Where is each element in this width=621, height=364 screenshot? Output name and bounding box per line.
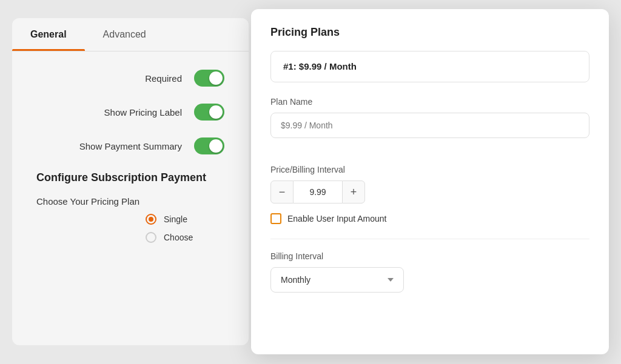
required-toggle[interactable] — [194, 70, 224, 87]
settings-content: Required Show Pricing Label Show Payment… — [12, 51, 249, 268]
tab-general[interactable]: General — [12, 18, 85, 51]
price-billing-section: Price/Billing Interval − + Enable User I… — [270, 165, 589, 224]
radio-single[interactable] — [146, 214, 156, 225]
show-payment-summary-label: Show Payment Summary — [79, 141, 182, 151]
enable-user-input-checkbox[interactable] — [270, 213, 281, 224]
billing-interval-label: Billing Interval — [270, 251, 589, 261]
price-input[interactable] — [294, 180, 342, 204]
pricing-plan-label-row: Choose Your Pricing Plan — [36, 196, 224, 207]
billing-interval-value: Monthly — [281, 275, 310, 285]
required-row: Required — [36, 70, 224, 87]
price-controls: − + — [270, 180, 589, 204]
plus-button[interactable]: + — [342, 180, 365, 204]
single-option-label: Single — [164, 214, 187, 224]
single-option-row: Single — [146, 214, 224, 225]
show-pricing-label-toggle[interactable] — [194, 104, 224, 121]
show-pricing-label-label: Show Pricing Label — [104, 107, 182, 117]
plan-header-title: #1: $9.99 / Month — [283, 61, 357, 71]
billing-interval-section: Billing Interval Monthly — [270, 251, 589, 293]
pricing-plans-modal: Pricing Plans #1: $9.99 / Month Plan Nam… — [251, 9, 609, 354]
plan-name-section: Plan Name — [270, 97, 589, 153]
pricing-plan-label: Choose Your Pricing Plan — [36, 196, 139, 207]
required-label: Required — [145, 73, 182, 84]
enable-user-input-label: Enable User Input Amount — [287, 214, 386, 223]
tabs-row: General Advanced — [12, 18, 249, 51]
settings-panel: General Advanced Required Show Pricing L… — [12, 18, 249, 345]
configure-section-title: Configure Subscription Payment — [36, 171, 224, 184]
plan-header: #1: $9.99 / Month — [270, 51, 589, 82]
chevron-down-icon — [388, 278, 394, 282]
choose-option-label: Choose — [164, 233, 193, 242]
tab-advanced[interactable]: Advanced — [85, 18, 164, 51]
billing-interval-select[interactable]: Monthly — [270, 267, 404, 293]
plan-options: Single Choose — [36, 214, 224, 243]
modal-title: Pricing Plans — [270, 26, 589, 39]
show-payment-summary-row: Show Payment Summary — [36, 137, 224, 154]
show-payment-summary-toggle[interactable] — [194, 137, 224, 154]
plan-name-label: Plan Name — [270, 97, 589, 107]
show-pricing-label-row: Show Pricing Label — [36, 104, 224, 121]
choose-option-row: Choose — [146, 232, 224, 243]
radio-choose[interactable] — [146, 232, 156, 243]
minus-button[interactable]: − — [270, 180, 294, 204]
plan-name-input[interactable] — [270, 113, 589, 138]
price-billing-label: Price/Billing Interval — [270, 165, 589, 174]
divider — [270, 239, 589, 239]
enable-user-input-row: Enable User Input Amount — [270, 213, 589, 224]
